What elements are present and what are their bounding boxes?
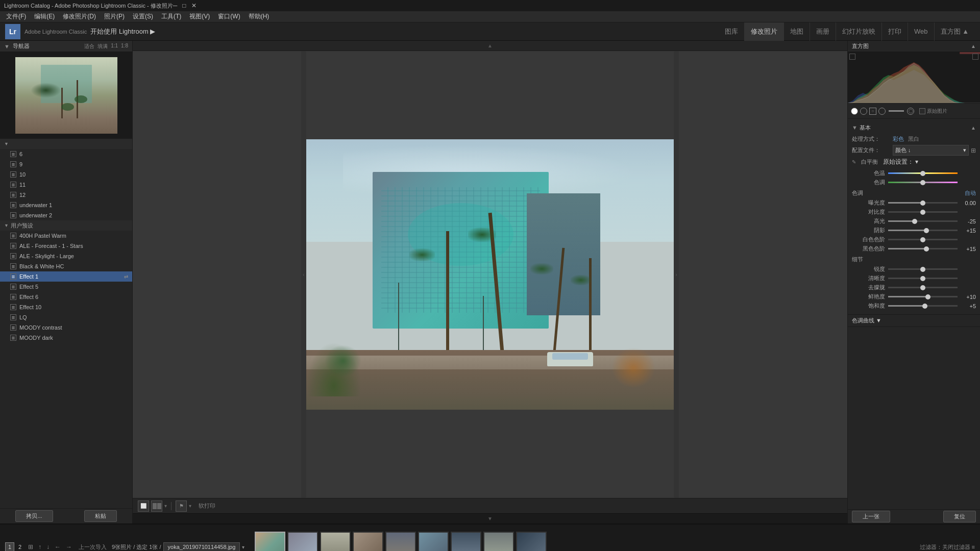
- thumb-4[interactable]: [353, 532, 383, 551]
- close-button[interactable]: ✕: [191, 2, 197, 9]
- profile-grid-icon[interactable]: ⊞: [971, 147, 976, 154]
- menu-view[interactable]: 视图(V): [185, 12, 214, 21]
- thumb-5[interactable]: [385, 532, 416, 551]
- clarity-thumb[interactable]: [920, 276, 925, 281]
- preset-item-12[interactable]: ≡ 12: [0, 190, 132, 200]
- contrast-thumb[interactable]: [920, 210, 925, 215]
- highlights-thumb[interactable]: [912, 219, 917, 224]
- page-num-1[interactable]: 1: [5, 542, 14, 551]
- basic-header[interactable]: ▼ 基本 ▲: [852, 122, 976, 133]
- saturation-slider[interactable]: [888, 305, 958, 307]
- histogram-header[interactable]: 直方图 ▲: [848, 41, 980, 52]
- menu-window[interactable]: 窗口(W): [214, 12, 244, 21]
- linear-gradient-btn[interactable]: [889, 110, 904, 112]
- left-edge-tab[interactable]: ‹: [301, 51, 306, 498]
- preset-item-10[interactable]: ≡ 10: [0, 169, 132, 180]
- radial-filter-btn[interactable]: ◯: [907, 108, 914, 115]
- maximize-button[interactable]: □: [182, 2, 186, 9]
- process-color[interactable]: 彩色: [893, 135, 904, 143]
- auto-tone-btn[interactable]: 自动: [965, 189, 976, 197]
- next-arrow-btn[interactable]: ↓: [45, 543, 51, 550]
- exposure-thumb[interactable]: [920, 201, 925, 206]
- thumb-6[interactable]: [418, 532, 449, 551]
- exposure-slider[interactable]: [888, 202, 958, 204]
- preset-item-effect1[interactable]: ≡ Effect 1 ⇄: [0, 271, 132, 282]
- highlights-slider[interactable]: [888, 220, 958, 222]
- spot-removal-btn[interactable]: ○: [869, 108, 876, 115]
- wb-picker-btn[interactable]: [851, 108, 858, 115]
- module-develop[interactable]: 修改照片: [745, 22, 784, 41]
- reset-button[interactable]: 复位: [943, 511, 976, 522]
- filename-dropdown[interactable]: ▾: [242, 544, 244, 550]
- preset-item-effect5[interactable]: ≡ Effect 5: [0, 282, 132, 292]
- filename-display[interactable]: yoka_20190710114458.jpg: [163, 542, 240, 551]
- preset-item-effect6[interactable]: ≡ Effect 6: [0, 292, 132, 302]
- menu-tools[interactable]: 工具(T): [157, 12, 185, 21]
- navigator-header[interactable]: ▼ 导航器 适合 填满 1:1 1:8: [0, 41, 132, 52]
- single-view-btn[interactable]: ⬜: [138, 500, 149, 512]
- preset-item-underwater2[interactable]: ≡ underwater 2: [0, 210, 132, 220]
- top-expand-arrow[interactable]: ▲: [133, 41, 847, 51]
- crop-btn[interactable]: [860, 108, 867, 115]
- module-map[interactable]: 地图: [784, 22, 810, 41]
- thumb-7[interactable]: [451, 532, 481, 551]
- tone-curve-header[interactable]: 色调曲线 ▼: [848, 315, 980, 327]
- preset-group-numbered[interactable]: ▼: [0, 139, 132, 149]
- right-edge-tab[interactable]: ›: [674, 51, 679, 498]
- flag-dropdown[interactable]: ▾: [189, 503, 191, 509]
- module-book[interactable]: 画册: [810, 22, 836, 41]
- menu-help[interactable]: 帮助(H): [244, 12, 274, 21]
- view-dropdown[interactable]: ▾: [164, 503, 167, 509]
- flag-btn[interactable]: ⚑: [176, 500, 187, 512]
- blacks-slider[interactable]: [888, 248, 958, 249]
- preset-item-11[interactable]: ≡ 11: [0, 180, 132, 190]
- zoom-fit[interactable]: 适合: [84, 43, 94, 50]
- prev-photo-btn[interactable]: ←: [53, 543, 62, 550]
- color-temp-slider[interactable]: [888, 172, 958, 174]
- vibrance-slider[interactable]: [888, 296, 958, 297]
- bottom-expand-arrow[interactable]: ▼: [133, 513, 847, 523]
- histogram-toggle[interactable]: 直方图 ▲: [935, 22, 975, 41]
- color-temp-thumb[interactable]: [920, 171, 925, 176]
- highlight-clip-indicator[interactable]: [972, 54, 978, 60]
- sharpening-slider[interactable]: [888, 268, 958, 270]
- menu-file[interactable]: 文件(F): [2, 12, 30, 21]
- prev-arrow-btn[interactable]: ↑: [37, 543, 43, 550]
- menu-photo[interactable]: 照片(P): [100, 12, 129, 21]
- noise-slider[interactable]: [888, 287, 958, 288]
- thumb-9[interactable]: [516, 532, 547, 551]
- thumb-3[interactable]: [320, 532, 351, 551]
- shadows-slider[interactable]: [888, 230, 958, 231]
- preset-item-400h[interactable]: ≡ 400H Pastel Warm: [0, 231, 132, 241]
- preset-item-ale-skylight[interactable]: ≡ ALE - Skylight - Large: [0, 251, 132, 261]
- minimize-button[interactable]: ─: [173, 2, 178, 9]
- browse-button[interactable]: 粘贴: [84, 510, 117, 522]
- soft-proof-toggle[interactable]: 软打印: [199, 502, 215, 510]
- profile-dropdown[interactable]: 颜色 ↓ ▾: [893, 145, 969, 156]
- grid-view-btn[interactable]: ⊞: [27, 543, 35, 550]
- vibrance-thumb[interactable]: [925, 294, 930, 299]
- compare-view-btn[interactable]: [151, 500, 162, 512]
- preset-item-6[interactable]: ≡ 6: [0, 149, 132, 159]
- process-bw[interactable]: 黑白: [908, 135, 919, 143]
- breadcrumb[interactable]: 开始使用 Lightroom ▶: [90, 28, 155, 35]
- redeye-btn[interactable]: [878, 108, 886, 115]
- wb-dropdown[interactable]: 原始设置： ▾: [883, 158, 918, 166]
- preset-item-underwater1[interactable]: ≡ underwater 1: [0, 200, 132, 210]
- menu-settings[interactable]: 设置(S): [129, 12, 157, 21]
- color-tint-thumb[interactable]: [920, 180, 925, 185]
- thumb-1[interactable]: [255, 532, 285, 551]
- sharpening-thumb[interactable]: [920, 267, 925, 272]
- shadow-clip-indicator[interactable]: [849, 54, 855, 60]
- next-photo-btn[interactable]: →: [64, 543, 74, 550]
- original-settings-checkbox[interactable]: [919, 108, 925, 114]
- shadows-thumb[interactable]: [924, 228, 929, 233]
- zoom-1-8[interactable]: 1:8: [121, 43, 128, 50]
- preset-group-user[interactable]: ▼ 用户预设: [0, 220, 132, 231]
- preset-item-ale-forecast[interactable]: ≡ ALE - Forecast - 1 - Stars: [0, 241, 132, 251]
- module-slideshow[interactable]: 幻灯片放映: [836, 22, 882, 41]
- noise-thumb[interactable]: [920, 285, 925, 290]
- zoom-1-1[interactable]: 1:1: [111, 43, 118, 50]
- film-filter[interactable]: 过滤器：关闭过滤器 ≡: [920, 543, 975, 551]
- whites-thumb[interactable]: [920, 237, 925, 242]
